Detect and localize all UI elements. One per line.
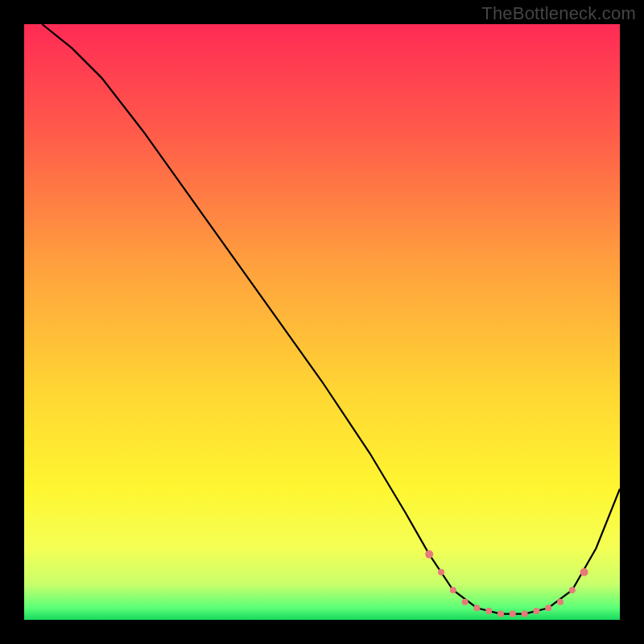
valley-marker bbox=[533, 608, 539, 614]
valley-marker bbox=[462, 599, 469, 605]
valley-marker bbox=[485, 608, 492, 614]
valley-marker bbox=[425, 551, 433, 559]
valley-marker bbox=[438, 569, 444, 576]
valley-marker bbox=[450, 587, 456, 593]
watermark-text: TheBottleneck.com bbox=[481, 3, 636, 24]
valley-marker bbox=[522, 611, 528, 617]
valley-marker bbox=[580, 568, 588, 576]
gradient-background bbox=[24, 24, 620, 620]
chart-container: TheBottleneck.com bbox=[0, 0, 644, 644]
plot-area bbox=[24, 24, 620, 620]
chart-svg bbox=[24, 24, 620, 620]
valley-marker bbox=[497, 611, 504, 617]
valley-marker bbox=[557, 599, 564, 605]
valley-marker bbox=[510, 611, 516, 617]
valley-marker bbox=[473, 605, 480, 611]
valley-marker bbox=[569, 587, 576, 593]
valley-marker bbox=[545, 605, 551, 611]
